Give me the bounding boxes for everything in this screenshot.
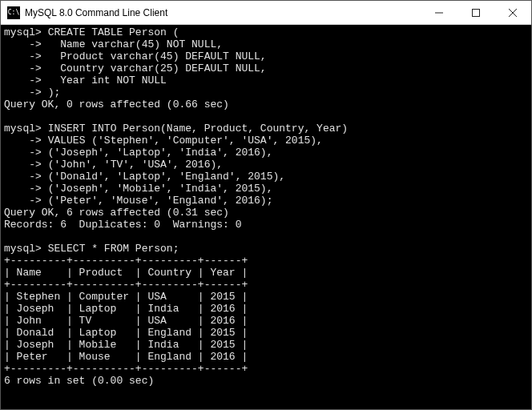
cont-prompt: -> (4, 147, 42, 159)
table-row: | Donald | Laptop | England | 2015 | (4, 327, 248, 339)
cont-prompt: -> (4, 62, 42, 74)
sql-insert: INSERT INTO Person(Name, Product, Countr… (48, 123, 348, 135)
window-controls (421, 1, 531, 24)
close-icon (509, 9, 517, 17)
app-icon: C:\ (7, 6, 20, 19)
prompt: mysql> (4, 26, 42, 38)
terminal-output[interactable]: mysql> CREATE TABLE Person ( -> Name var… (1, 25, 531, 409)
cont-prompt: -> (4, 86, 42, 98)
cont-prompt: -> (4, 195, 42, 207)
window-title: MySQL 8.0 Command Line Client (25, 7, 421, 18)
sql-values: ('John', 'TV', 'USA', 2016), (48, 159, 223, 171)
cont-prompt: -> (4, 38, 42, 50)
svg-rect-1 (473, 9, 480, 16)
sql-values: VALUES ('Stephen', 'Computer', 'USA', 20… (48, 135, 323, 147)
sql-close: ); (48, 86, 61, 98)
query-result: Query OK, 6 rows affected (0.31 sec) (4, 207, 229, 219)
sql-select: SELECT * FROM Person; (48, 243, 179, 255)
sql-values: ('Donald', 'Laptop', 'England', 2015), (48, 171, 285, 183)
sql-values: ('Joseph', 'Mobile', 'India', 2015), (48, 183, 273, 195)
maximize-icon (472, 9, 480, 17)
app-window: C:\ MySQL 8.0 Command Line Client mysql>… (0, 0, 532, 410)
query-result: Query OK, 0 rows affected (0.66 sec) (4, 98, 229, 111)
sql-col: Product varchar(45) DEFAULT NULL, (48, 50, 267, 62)
prompt: mysql> (4, 243, 42, 255)
sql-col: Name varchar(45) NOT NULL, (48, 38, 223, 50)
table-row: | Joseph | Laptop | India | 2016 | (4, 303, 248, 315)
minimize-icon (435, 9, 443, 17)
table-row: | Peter | Mouse | England | 2016 | (4, 351, 248, 363)
close-button[interactable] (494, 1, 531, 24)
sql-col: Country varchar(25) DEFAULT NULL, (48, 62, 267, 74)
table-sep: +---------+----------+---------+------+ (4, 279, 248, 291)
query-result: 6 rows in set (0.00 sec) (4, 375, 154, 387)
sql-values: ('Joseph', 'Laptop', 'India', 2016), (48, 147, 273, 159)
maximize-button[interactable] (457, 1, 494, 24)
table-row: | Stephen | Computer | USA | 2015 | (4, 291, 248, 303)
table-row: | Joseph | Mobile | India | 2015 | (4, 339, 248, 351)
table-sep: +---------+----------+---------+------+ (4, 255, 248, 267)
table-header: | Name | Product | Country | Year | (4, 267, 248, 279)
cont-prompt: -> (4, 159, 42, 171)
cont-prompt: -> (4, 135, 42, 147)
sql-values: ('Peter', 'Mouse', 'England', 2016); (48, 195, 273, 207)
cont-prompt: -> (4, 74, 42, 86)
titlebar[interactable]: C:\ MySQL 8.0 Command Line Client (1, 1, 531, 25)
minimize-button[interactable] (421, 1, 457, 24)
prompt: mysql> (4, 123, 42, 135)
table-row: | John | TV | USA | 2016 | (4, 315, 248, 327)
query-result: Records: 6 Duplicates: 0 Warnings: 0 (4, 219, 241, 231)
sql-create: CREATE TABLE Person ( (48, 26, 179, 38)
sql-col: Year int NOT NULL (48, 74, 167, 86)
cont-prompt: -> (4, 171, 42, 183)
table-sep: +---------+----------+---------+------+ (4, 363, 248, 375)
cont-prompt: -> (4, 50, 42, 62)
cont-prompt: -> (4, 183, 42, 195)
